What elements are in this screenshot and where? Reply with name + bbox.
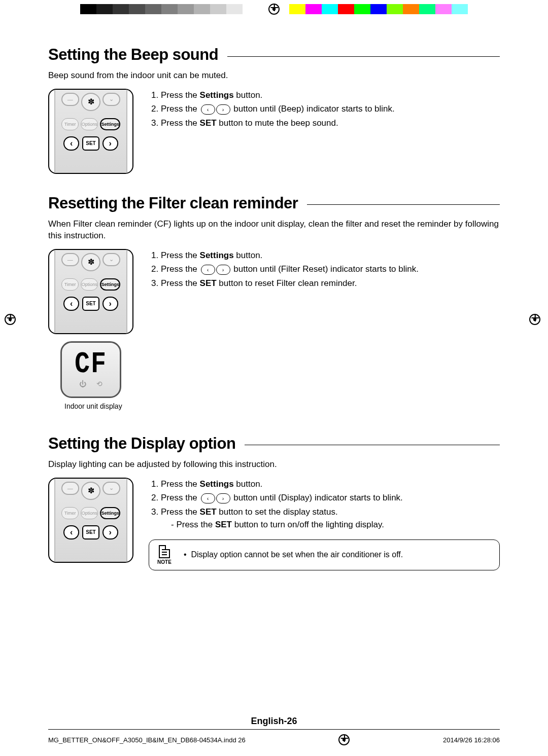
display-caption: Indoor unit display	[64, 402, 133, 410]
swatch	[113, 4, 129, 14]
swatch	[96, 4, 113, 14]
note-box: NOTE • Display option cannot be set when…	[149, 539, 500, 570]
down-button-icon: ⌄	[102, 253, 120, 266]
heading-text: Resetting the Filter clean reminder	[48, 194, 298, 212]
left-arrow-button: ‹	[63, 297, 79, 311]
note-label: NOTE	[157, 559, 172, 565]
registration-mark-icon	[268, 3, 280, 15]
right-arrow-button: ›	[102, 297, 118, 311]
intro-text: Display lighting can be adjusted by foll…	[48, 459, 500, 471]
indoor-display-illustration: CF ⏻⟲	[60, 341, 121, 398]
swatch	[305, 4, 322, 14]
registration-mark-icon	[338, 734, 350, 746]
step: Press the Settings button.	[161, 478, 500, 491]
timer-button: Timer	[61, 507, 79, 519]
minus-button-icon: —	[61, 93, 79, 106]
step: Press the Settings button.	[161, 249, 419, 262]
timer-button: Timer	[61, 118, 79, 130]
swatch	[194, 4, 210, 14]
swatch	[161, 4, 178, 14]
footer-datetime: 2014/9/26 16:28:06	[443, 736, 500, 744]
settings-button: Settings	[100, 278, 120, 291]
settings-button: Settings	[100, 118, 120, 130]
swatch	[322, 4, 338, 14]
step: Press the ‹› button until (Beep) indicat…	[161, 102, 395, 116]
left-arrow-button: ‹	[63, 136, 79, 151]
remote-illustration: — ✽ ⌄ Timer Options Settings ‹ SET ›	[48, 478, 133, 563]
page-number: English-26	[0, 716, 548, 727]
right-arrow-icon: ›	[216, 265, 230, 275]
swatch	[289, 4, 305, 14]
cf-indicator: CF	[75, 349, 107, 379]
swatch	[435, 4, 452, 14]
down-button-icon: ⌄	[102, 482, 120, 495]
fan-icon: ✽	[81, 253, 101, 271]
fan-icon: ✽	[81, 482, 101, 500]
swatch	[80, 4, 96, 14]
substep: - Press the SET button to turn on/off th…	[171, 518, 500, 531]
set-button: SET	[82, 297, 99, 311]
swatch	[226, 4, 243, 14]
swatch	[419, 4, 435, 14]
intro-text: Beep sound from the indoor unit can be m…	[48, 70, 500, 82]
steps-list: Press the Settings button. Press the ‹› …	[149, 249, 419, 291]
minus-button-icon: —	[61, 482, 79, 495]
fan-icon: ✽	[81, 93, 101, 111]
options-button: Options	[81, 278, 98, 291]
settings-button: Settings	[100, 507, 120, 519]
heading-text: Setting the Beep sound	[48, 46, 218, 64]
set-button: SET	[82, 525, 99, 539]
minus-button-icon: —	[61, 253, 79, 266]
right-arrow-button: ›	[102, 136, 118, 151]
swatch	[370, 4, 387, 14]
options-button: Options	[81, 507, 98, 519]
registration-mark-right-icon	[529, 313, 544, 329]
note-doc-icon	[159, 545, 170, 558]
section-title: Resetting the Filter clean reminder	[48, 194, 500, 212]
registration-mark-left-icon	[4, 313, 19, 329]
swatch	[452, 4, 468, 14]
swatch	[243, 4, 259, 14]
section-title: Setting the Beep sound	[48, 46, 500, 64]
left-arrow-button: ‹	[63, 525, 79, 539]
left-arrow-icon: ‹	[201, 265, 215, 275]
heading-text: Setting the Display option	[48, 435, 235, 453]
note-text: • Display option cannot be set when the …	[184, 550, 403, 559]
left-arrow-icon: ‹	[201, 493, 215, 503]
print-colorbar	[0, 4, 548, 14]
swatch	[354, 4, 370, 14]
timer-button: Timer	[61, 278, 79, 291]
step: Press the ‹› button until (Display) indi…	[161, 491, 500, 505]
step: Press the SET button to mute the beep so…	[161, 117, 395, 130]
options-button: Options	[81, 118, 98, 130]
swatch	[387, 4, 403, 14]
swatch	[129, 4, 145, 14]
down-button-icon: ⌄	[102, 93, 120, 106]
left-arrow-icon: ‹	[201, 104, 215, 115]
remote-illustration: — ✽ ⌄ Timer Options Settings ‹ SET ›	[48, 89, 133, 174]
print-footer: MG_BETTER_ON&OFF_A3050_IB&IM_EN_DB68-045…	[48, 729, 500, 746]
set-button: SET	[82, 136, 99, 151]
remote-illustration: — ✽ ⌄ Timer Options Settings ‹ SET › CF …	[48, 249, 133, 410]
step: Press the SET button to reset Filter cle…	[161, 277, 419, 290]
swatch	[338, 4, 354, 14]
footer-file: MG_BETTER_ON&OFF_A3050_IB&IM_EN_DB68-045…	[48, 736, 246, 744]
section-title: Setting the Display option	[48, 435, 500, 453]
swatch	[210, 4, 226, 14]
right-arrow-icon: ›	[216, 493, 230, 503]
swatch	[403, 4, 419, 14]
step: Press the ‹› button until (Filter Reset)…	[161, 263, 419, 276]
swatch	[145, 4, 161, 14]
intro-text: When Filter clean reminder (CF) lights u…	[48, 219, 500, 242]
step: Press the Settings button.	[161, 89, 395, 102]
swatch	[178, 4, 194, 14]
steps-list: Press the Settings button. Press the ‹› …	[149, 89, 395, 131]
step: Press the SET button to set the display …	[161, 506, 500, 531]
steps-list: Press the Settings button. Press the ‹› …	[149, 478, 500, 531]
right-arrow-icon: ›	[216, 104, 230, 115]
right-arrow-button: ›	[102, 525, 118, 539]
